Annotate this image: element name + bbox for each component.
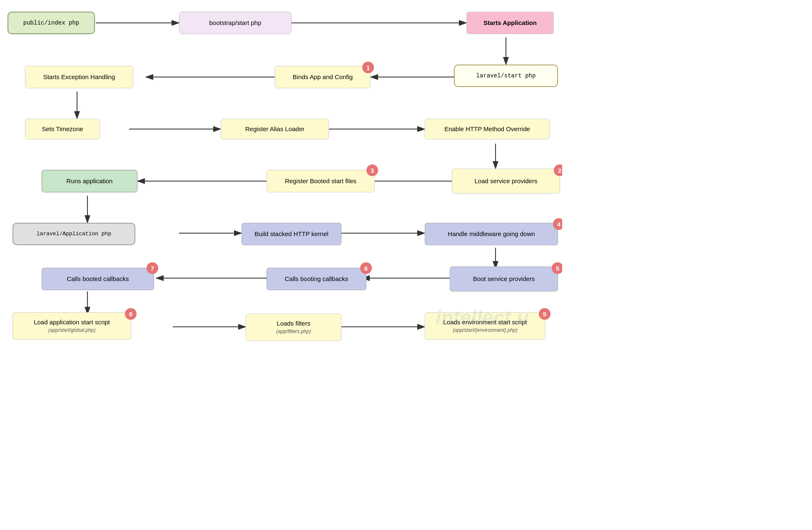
- public-index-node: public/index php: [7, 12, 95, 34]
- enable-http-node: Enable HTTP Method Override: [425, 119, 550, 139]
- starts-exception-node: Starts Exception Handling: [25, 66, 133, 88]
- badge-1: 1: [362, 62, 374, 73]
- starts-app-node: Starts Application: [466, 12, 554, 34]
- calls-booting-node: Calls booting callbacks: [267, 268, 366, 290]
- calls-booted-node: Calls booted callbacks: [42, 268, 154, 290]
- build-stacked-node: Build stacked HTTP kernel: [242, 223, 341, 245]
- laravel-start-node: laravel/start php: [454, 65, 558, 87]
- load-app-start-node: Load application start script (app/start…: [12, 312, 131, 340]
- loads-filters-node: Loads filters (app/filters.php): [246, 314, 341, 341]
- sets-timezone-node: Sets Timezone: [25, 119, 100, 139]
- badge-7: 7: [147, 262, 158, 274]
- badge-5: 5: [552, 262, 562, 274]
- laravel-app-node: laravel/Application php: [12, 223, 135, 245]
- badge-8: 8: [125, 308, 137, 320]
- bootstrap-start-node: bootstrap/start php: [179, 12, 291, 34]
- boot-service-node: Boot service providers: [450, 266, 558, 291]
- diagram: public/index php bootstrap/start php Sta…: [0, 0, 562, 341]
- register-alias-node: Register Alias Loader: [221, 119, 329, 139]
- binds-app-node: Binds App and Config: [275, 66, 371, 88]
- badge-4: 4: [553, 218, 562, 230]
- badge-9: 9: [539, 308, 550, 320]
- load-service-node: Load service providers: [452, 169, 560, 194]
- badge-6: 6: [360, 262, 372, 274]
- register-booted-node: Register Booted start files: [267, 170, 375, 192]
- watermark: intellect.u: [436, 306, 529, 329]
- handle-middleware-node: Handle middleware going down: [425, 223, 558, 245]
- badge-2: 2: [554, 164, 562, 176]
- badge-3: 3: [366, 164, 378, 176]
- runs-app-node: Runs application: [42, 170, 137, 192]
